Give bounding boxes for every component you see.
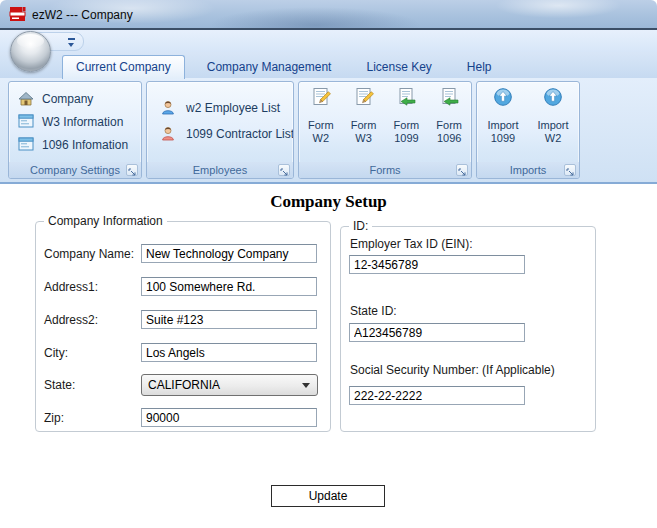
zip-label: Zip: bbox=[44, 411, 64, 425]
tab-company-management[interactable]: Company Management bbox=[194, 56, 345, 78]
chevron-down-icon bbox=[302, 383, 310, 388]
address1-label: Address1: bbox=[44, 280, 98, 294]
ribbon-group-title: Imports bbox=[477, 162, 579, 178]
address1-input[interactable] bbox=[141, 277, 317, 296]
app-icon bbox=[9, 6, 27, 23]
groupbox-legend: ID: bbox=[349, 219, 372, 233]
titlebar[interactable]: ezW2 --- Company bbox=[0, 0, 657, 30]
ribbon-tab-row: Current Company Company Management Licen… bbox=[0, 52, 657, 78]
state-id-input[interactable] bbox=[349, 323, 525, 342]
groupbox-legend: Company Information bbox=[44, 214, 167, 228]
person-blue-icon bbox=[160, 100, 176, 116]
ssn-label: Social Security Number: (If Applicable) bbox=[350, 363, 555, 377]
ribbon-item-label: Form 1099 bbox=[394, 119, 420, 144]
address2-label: Address2: bbox=[44, 313, 98, 327]
dialog-launcher-icon[interactable] bbox=[126, 164, 138, 176]
window-title: ezW2 --- Company bbox=[32, 1, 133, 29]
ribbon-item-label: Company bbox=[42, 92, 93, 106]
dialog-launcher-icon[interactable] bbox=[564, 164, 576, 176]
app-window: ezW2 --- Company Current Company Company… bbox=[0, 0, 657, 528]
tab-help[interactable]: Help bbox=[454, 56, 505, 78]
ribbon-group-employees: w2 Employee List 1099 Contractor List bbox=[146, 81, 294, 179]
tab-current-company[interactable]: Current Company bbox=[62, 55, 185, 79]
ribbon-group-forms: Form W2 bbox=[298, 81, 472, 179]
company-name-input[interactable] bbox=[141, 244, 317, 263]
id-groupbox: ID: Employer Tax ID (EIN): State ID: Soc… bbox=[340, 226, 596, 432]
ribbon-item-label: 1096 Infomation bbox=[42, 138, 128, 152]
ribbon-item-label: Form W2 bbox=[308, 119, 334, 144]
application-menu-button[interactable] bbox=[10, 31, 51, 72]
state-select-value: CALIFORNIA bbox=[148, 378, 220, 392]
ein-label: Employer Tax ID (EIN): bbox=[350, 237, 472, 251]
update-button[interactable]: Update bbox=[271, 485, 385, 507]
ribbon-item-label: Import W2 bbox=[537, 119, 568, 144]
page-title: Company Setup bbox=[0, 192, 657, 212]
dialog-launcher-icon[interactable] bbox=[278, 164, 290, 176]
ribbon-item-label: W3 Information bbox=[42, 115, 123, 129]
ribbon-item-label: w2 Employee List bbox=[186, 101, 280, 115]
document-arrow-icon bbox=[439, 87, 459, 107]
main-content: Company Setup Company Information Compan… bbox=[0, 184, 657, 528]
ribbon-item-1099-contractor-list[interactable]: 1099 Contractor List bbox=[147, 121, 293, 147]
ribbon-item-label: Import 1099 bbox=[487, 119, 518, 144]
ribbon-group-title: Company Settings bbox=[9, 162, 141, 178]
dialog-launcher-icon[interactable] bbox=[456, 164, 468, 176]
company-information-groupbox: Company Information Company Name: Addres… bbox=[35, 221, 331, 432]
state-label: State: bbox=[44, 378, 75, 392]
ribbon-item-w3-information[interactable]: W3 Information bbox=[9, 110, 141, 133]
city-label: City: bbox=[44, 346, 68, 360]
ribbon-item-label: 1099 Contractor List bbox=[186, 127, 294, 141]
quick-access-toolbar bbox=[0, 30, 657, 52]
ein-input[interactable] bbox=[349, 255, 525, 274]
person-red-icon bbox=[160, 126, 176, 142]
form-w2-button[interactable]: Form W2 bbox=[300, 85, 342, 145]
ribbon-group-imports: Import 1099 Import W2 bbox=[476, 81, 580, 179]
form-1099-button[interactable]: Form 1099 bbox=[385, 85, 427, 145]
ribbon-group-company-settings: Company W3 Information bbox=[8, 81, 142, 179]
city-input[interactable] bbox=[141, 343, 317, 362]
ribbon-group-title: Forms bbox=[299, 162, 471, 178]
tab-license-key[interactable]: License Key bbox=[353, 56, 444, 78]
import-up-icon bbox=[493, 87, 513, 107]
form-window-icon bbox=[18, 137, 34, 153]
state-select[interactable]: CALIFORNIA bbox=[141, 374, 318, 396]
address2-input[interactable] bbox=[141, 310, 317, 329]
document-arrow-icon bbox=[396, 87, 416, 107]
home-icon bbox=[18, 91, 34, 107]
state-id-label: State ID: bbox=[350, 304, 397, 318]
document-edit-icon bbox=[354, 87, 374, 107]
ribbon-item-1096-infomation[interactable]: 1096 Infomation bbox=[9, 133, 141, 156]
qat-customize-button chevron-down-icon[interactable] bbox=[68, 37, 76, 48]
form-1096-button[interactable]: Form 1096 bbox=[428, 85, 470, 145]
form-window-icon bbox=[18, 114, 34, 130]
ribbon-item-label: Form 1096 bbox=[436, 119, 462, 144]
company-name-label: Company Name: bbox=[44, 247, 134, 261]
zip-input[interactable] bbox=[141, 408, 317, 427]
import-w2-button[interactable]: Import W2 bbox=[529, 85, 577, 145]
ribbon: Company W3 Information bbox=[0, 78, 657, 184]
ribbon-group-title: Employees bbox=[147, 162, 293, 178]
import-1099-button[interactable]: Import 1099 bbox=[479, 85, 527, 145]
ribbon-item-label: Form W3 bbox=[351, 119, 377, 144]
document-edit-icon bbox=[311, 87, 331, 107]
import-up-icon bbox=[543, 87, 563, 107]
ribbon-item-w2-employee-list[interactable]: w2 Employee List bbox=[147, 95, 293, 121]
ribbon-item-company[interactable]: Company bbox=[9, 87, 141, 110]
ssn-input[interactable] bbox=[349, 386, 525, 405]
form-w3-button[interactable]: Form W3 bbox=[343, 85, 385, 145]
